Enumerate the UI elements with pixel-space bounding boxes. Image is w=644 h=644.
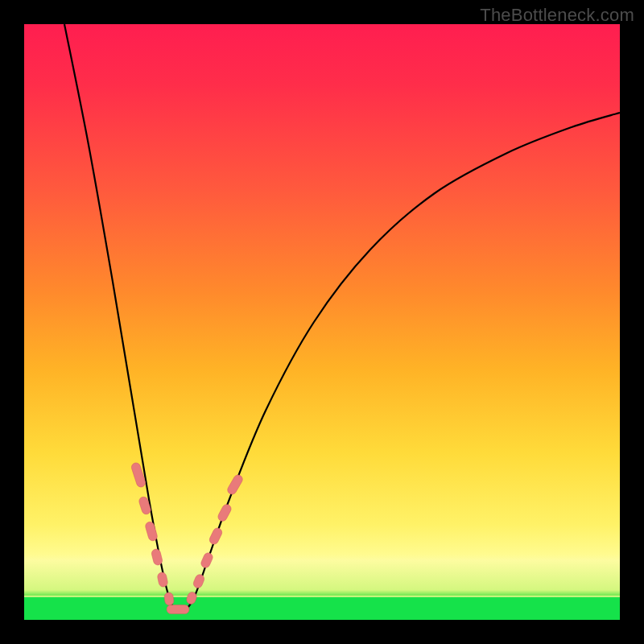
dash-marker xyxy=(200,551,214,569)
dash-marker xyxy=(217,503,233,523)
dash-marker xyxy=(157,572,169,588)
dash-marker xyxy=(167,605,189,614)
dash-marker xyxy=(144,521,158,542)
dash-markers-group xyxy=(130,462,244,614)
dash-marker xyxy=(138,496,151,515)
dash-marker xyxy=(208,526,223,546)
dash-marker xyxy=(192,573,206,589)
chart-container: TheBottleneck.com xyxy=(0,0,644,644)
dash-marker xyxy=(226,473,245,496)
curve-layer xyxy=(24,24,620,620)
dash-marker xyxy=(163,592,174,605)
dash-marker xyxy=(151,548,163,566)
watermark-text: TheBottleneck.com xyxy=(480,5,634,26)
